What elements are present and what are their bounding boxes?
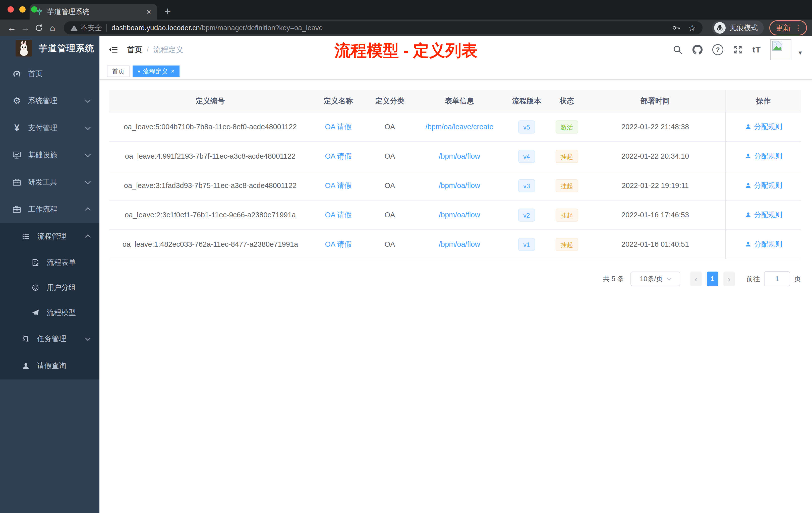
version-badge: v4 <box>518 150 535 163</box>
reload-button[interactable] <box>32 24 46 32</box>
incognito-badge: 无痕模式 <box>712 21 764 35</box>
github-icon[interactable] <box>692 44 703 55</box>
sidebar-item-leave-query[interactable]: 请假查询 <box>0 352 99 380</box>
window-minimize-button[interactable] <box>19 6 26 12</box>
cell-definition-id: oa_leave:2:3c1f0ef1-76b1-11ec-9c66-a2380… <box>109 200 311 230</box>
sidebar-item-label: 支付管理 <box>28 123 57 133</box>
help-icon[interactable]: ? <box>712 44 723 55</box>
annotation-title: 流程模型 - 定义列表 <box>335 40 477 61</box>
cell-deploy-time: 2022-01-22 21:48:38 <box>585 112 726 142</box>
sidebar-item-payment[interactable]: ¥ 支付管理 <box>0 115 99 142</box>
pagination-total: 共 5 条 <box>603 274 624 283</box>
app-logo: 芋道管理系统 <box>0 36 99 60</box>
cell-category: OA <box>365 200 414 230</box>
tag-close-icon[interactable]: × <box>171 68 174 74</box>
assign-rule-link[interactable]: 分配规则 <box>745 239 782 249</box>
monitor-icon <box>11 150 23 160</box>
table-row: oa_leave:2:3c1f0ef1-76b1-11ec-9c66-a2380… <box>109 200 801 230</box>
chevron-down-icon <box>85 124 91 130</box>
form-link[interactable]: /bpm/oa/leave/create <box>426 123 494 131</box>
user-icon <box>745 123 752 130</box>
sidebar-item-label: 系统管理 <box>28 96 57 106</box>
definition-name-link[interactable]: OA 请假 <box>325 152 351 160</box>
sidebar-item-label: 首页 <box>28 69 43 79</box>
window-close-button[interactable] <box>7 6 14 12</box>
tag-home[interactable]: 首页 <box>107 65 129 77</box>
tag-process-definition[interactable]: ● 流程定义 × <box>133 65 179 77</box>
user-icon <box>745 153 752 160</box>
sidebar-item-process-form[interactable]: 流程表单 <box>0 250 99 275</box>
assign-rule-link[interactable]: 分配规则 <box>745 151 782 161</box>
version-badge: v2 <box>518 209 535 221</box>
window-zoom-button[interactable] <box>31 6 37 12</box>
assign-rule-link[interactable]: 分配规则 <box>745 181 782 190</box>
cell-definition-id: oa_leave:5:004b710b-7b8a-11ec-8ef0-acde4… <box>109 112 311 142</box>
assign-rule-link[interactable]: 分配规则 <box>745 122 782 131</box>
assign-rule-link[interactable]: 分配规则 <box>745 210 782 220</box>
page-size-select[interactable]: 10条/页 <box>631 272 680 286</box>
avatar[interactable] <box>770 39 791 60</box>
back-button[interactable]: ← <box>5 23 19 33</box>
briefcase-icon <box>11 205 23 214</box>
sidebar-item-user-group[interactable]: 用户分组 <box>0 275 99 300</box>
version-badge: v5 <box>518 120 535 133</box>
definition-name-link[interactable]: OA 请假 <box>325 240 351 248</box>
definition-name-link[interactable]: OA 请假 <box>325 211 351 219</box>
sidebar-menu: 首页 ⚙ 系统管理 ¥ 支付管理 基础设施 <box>0 60 99 380</box>
cell-deploy-time: 2022-01-16 01:40:51 <box>585 230 726 259</box>
cell-definition-id: oa_leave:1:482ec033-762a-11ec-8477-a2380… <box>109 230 311 259</box>
current-page-button[interactable]: 1 <box>707 272 718 286</box>
sidebar-item-process-management[interactable]: 流程管理 <box>0 223 99 250</box>
form-link[interactable]: /bpm/oa/flow <box>439 211 480 219</box>
form-link[interactable]: /bpm/oa/flow <box>439 181 480 189</box>
avatar-dropdown-caret-icon[interactable]: ▼ <box>798 50 803 56</box>
sidebar-collapse-button[interactable] <box>109 45 118 55</box>
prev-page-button[interactable]: ‹ <box>690 272 702 286</box>
definition-name-link[interactable]: OA 请假 <box>325 181 351 189</box>
sidebar-item-label: 流程表单 <box>47 258 76 268</box>
sidebar-item-workflow[interactable]: 工作流程 <box>0 196 99 223</box>
password-key-icon[interactable] <box>672 23 681 32</box>
sidebar-item-system[interactable]: ⚙ 系统管理 <box>0 87 99 115</box>
chevron-down-icon <box>85 97 91 103</box>
goto-page-input[interactable] <box>764 271 790 286</box>
broken-image-icon <box>772 41 782 51</box>
search-icon[interactable] <box>673 45 683 55</box>
sidebar-item-home[interactable]: 首页 <box>0 60 99 87</box>
browser-tab[interactable]: 芋道管理系统 × <box>30 4 157 20</box>
sidebar-item-process-model[interactable]: 流程模型 <box>0 300 99 325</box>
browser-update-button[interactable]: 更新 ⋮ <box>769 20 807 35</box>
definition-table: 定义编号 定义名称 定义分类 表单信息 流程版本 状态 部署时间 操作 oa_l <box>109 90 801 259</box>
new-tab-button[interactable]: + <box>164 5 171 17</box>
breadcrumb: 首页 / 流程定义 <box>127 45 183 55</box>
sidebar-item-task-management[interactable]: 任务管理 <box>0 325 99 352</box>
bookmark-star-icon[interactable]: ☆ <box>689 23 696 33</box>
next-page-button[interactable]: › <box>723 272 735 286</box>
status-badge: 挂起 <box>556 150 578 163</box>
url-domain: dashboard.yudao.iocoder.cn <box>112 24 200 32</box>
form-link[interactable]: /bpm/oa/flow <box>439 240 480 248</box>
breadcrumb-home-link[interactable]: 首页 <box>127 45 142 55</box>
sidebar-item-infrastructure[interactable]: 基础设施 <box>0 142 99 169</box>
sidebar-item-devtools[interactable]: 研发工具 <box>0 169 99 196</box>
form-link[interactable]: /bpm/oa/flow <box>439 152 480 160</box>
font-size-icon[interactable]: tT <box>753 45 761 55</box>
column-header-name: 定义名称 <box>311 90 365 112</box>
sidebar-item-label: 研发工具 <box>28 177 57 187</box>
chevron-down-icon <box>85 335 91 341</box>
browser-menu-dots-icon[interactable]: ⋮ <box>794 23 802 33</box>
tab-close-icon[interactable]: × <box>146 8 151 16</box>
fullscreen-icon[interactable] <box>733 45 743 55</box>
security-chip[interactable]: 不安全 <box>70 23 107 33</box>
cell-category: OA <box>365 230 414 259</box>
url-path: /bpm/manager/definition?key=oa_leave <box>200 24 323 32</box>
tags-view: 首页 ● 流程定义 × <box>99 63 812 80</box>
definition-name-link[interactable]: OA 请假 <box>325 123 351 131</box>
forward-button[interactable]: → <box>19 23 32 33</box>
user-icon <box>745 182 752 189</box>
status-badge: 挂起 <box>556 238 578 251</box>
home-button[interactable]: ⌂ <box>46 23 59 33</box>
version-badge: v1 <box>518 238 535 251</box>
browser-toolbar: ← → ⌂ 不安全 dashboard.yudao.iocoder.cn/bpm… <box>0 20 812 36</box>
url-bar[interactable]: 不安全 dashboard.yudao.iocoder.cn/bpm/manag… <box>64 21 702 34</box>
